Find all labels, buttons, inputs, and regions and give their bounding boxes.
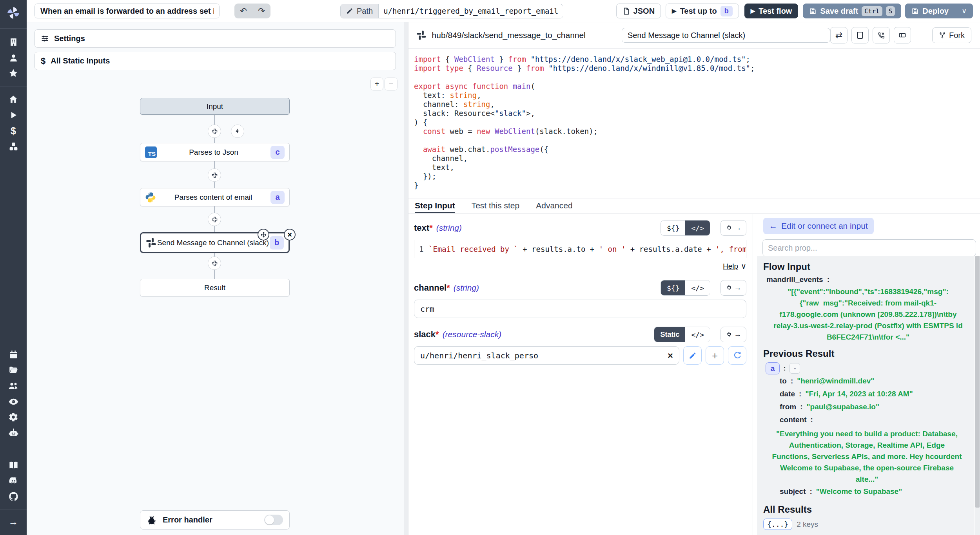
edit-or-connect-button[interactable]: ← Edit or connect an input [763, 218, 874, 234]
deploy-menu-button[interactable]: ∨ [955, 4, 973, 18]
scrollbar-thumb[interactable] [975, 256, 980, 508]
prop-search-input[interactable] [762, 239, 976, 257]
sidebar-item-home[interactable] [0, 92, 27, 107]
path-value[interactable]: u/henri/triggered_by_email_report_email [379, 4, 563, 18]
sidebar-item-workers[interactable] [0, 425, 27, 441]
step-id-badge: a [270, 191, 285, 204]
mode-static[interactable]: Static [654, 327, 685, 342]
result-row-to[interactable]: to:"henri@windmill.dev" [763, 374, 970, 387]
result-row-subject[interactable]: subject:"Welcome to Supabase" [763, 485, 970, 498]
test-up-to-button[interactable]: ▶ Test up to b [666, 4, 739, 18]
plug-icon [726, 224, 733, 231]
sidebar-item-variables[interactable]: $ [0, 123, 27, 139]
edit-resource-button[interactable] [683, 346, 702, 365]
json-button[interactable]: JSON [616, 4, 661, 18]
result-content-value[interactable]: "Everything you need to build a product:… [769, 428, 964, 485]
panel-layout-button[interactable] [894, 27, 911, 43]
sidebar-item-audit-logs[interactable] [0, 394, 27, 409]
undo-button[interactable]: ↶ [234, 4, 252, 18]
redo-button[interactable]: ↷ [252, 4, 270, 18]
sidebar-item-resources[interactable] [0, 139, 27, 154]
dollar-icon: $ [11, 126, 16, 136]
sidebar-item-github[interactable] [0, 488, 27, 504]
deploy-button[interactable]: Deploy [905, 4, 955, 18]
connect-input-button[interactable]: → [720, 280, 746, 296]
tab-step-input[interactable]: Step Input [415, 199, 455, 213]
code-editor[interactable]: import { WebClient } from "https://deno.… [408, 49, 980, 199]
insert-step-button[interactable] [208, 213, 221, 226]
collapse-button[interactable]: - [789, 363, 800, 374]
add-resource-button[interactable]: + [706, 346, 724, 365]
expand-object-button[interactable]: {...} [763, 519, 792, 530]
sidebar-item-favorites[interactable] [0, 65, 27, 81]
result-row-content-key[interactable]: content: [763, 413, 970, 426]
field-label: slack [414, 329, 436, 340]
tab-test-this-step[interactable]: Test this step [472, 199, 520, 213]
result-row-from[interactable]: from:"paul@supabase.io" [763, 400, 970, 413]
node-input[interactable]: Input [140, 98, 290, 115]
text-expression-editor[interactable]: 1 `Email received by ` + results.a.to + … [414, 240, 746, 258]
error-handler[interactable]: Error handler [140, 510, 290, 530]
fork-button[interactable]: Fork [932, 27, 971, 43]
mandrill-value[interactable]: "[{"event":"inbound","ts":1683819426,"ms… [772, 286, 964, 343]
save-draft-button[interactable]: Save draft Ctrl S [803, 4, 901, 18]
flow-settings-button[interactable]: Settings [34, 29, 396, 48]
trigger-button[interactable] [231, 125, 244, 138]
reload-script-button[interactable]: ⇄ [830, 27, 848, 43]
step-summary-input[interactable] [622, 28, 830, 43]
expand-editor-button[interactable] [851, 27, 869, 43]
channel-value-input[interactable] [414, 300, 746, 318]
node-parses-content-of-email[interactable]: Parses content of email a [140, 188, 290, 206]
node-parses-to-json[interactable]: TS Parses to Json c [140, 143, 290, 161]
mandrill-key-row[interactable]: mandrill_events: [763, 275, 970, 284]
step-tabs: Step Input Test this step Advanced [408, 199, 980, 213]
node-result[interactable]: Result [140, 279, 290, 296]
zoom-out-button[interactable]: − [385, 78, 397, 90]
connect-input-button[interactable]: → [720, 327, 746, 342]
sidebar-item-settings[interactable] [0, 409, 27, 425]
phone-incoming-icon [877, 31, 885, 39]
sidebar-item-groups[interactable] [0, 378, 27, 394]
sidebar-item-schedules[interactable] [0, 347, 27, 362]
context-panel: ← Edit or connect an input Flow Input ma… [753, 214, 980, 535]
insert-step-button[interactable] [208, 125, 221, 138]
sidebar-item-folders[interactable] [0, 362, 27, 378]
flow-title-input[interactable] [34, 4, 220, 18]
panel-resizer[interactable] [404, 22, 408, 535]
sidebar-item-docs[interactable] [0, 457, 27, 473]
help-link[interactable]: Help [723, 262, 738, 271]
swap-arrows-icon: ⇄ [835, 30, 842, 40]
result-row-date[interactable]: date:"Fri, Apr 14, 2023 at 10:28 AM" [763, 387, 970, 400]
sidebar-item-discord[interactable] [0, 473, 27, 488]
delete-step-button[interactable]: × [284, 229, 296, 240]
test-flow-button[interactable]: ▶ Test flow [744, 4, 799, 18]
mode-javascript[interactable]: </> [685, 327, 710, 342]
insert-step-button[interactable] [208, 257, 221, 270]
windmill-logo[interactable] [0, 4, 27, 22]
sidebar-item-user[interactable] [0, 50, 27, 65]
connect-input-button[interactable]: → [720, 220, 746, 236]
pencil-icon [346, 7, 353, 14]
slack-resource-picker[interactable]: u/henri/henri_slack_perso × [414, 346, 679, 365]
all-static-inputs-button[interactable]: $ All Static Inputs [34, 52, 396, 70]
sidebar-expand-button[interactable]: → [0, 514, 27, 530]
sidebar-item-runs[interactable] [0, 107, 27, 123]
square-icon [857, 31, 864, 39]
sidebar-item-workspace[interactable] [0, 34, 27, 50]
mode-javascript[interactable]: </> [685, 280, 710, 295]
error-handler-toggle[interactable] [264, 515, 283, 525]
insert-step-button[interactable] [208, 168, 221, 182]
refresh-resource-button[interactable] [728, 346, 746, 365]
zoom-in-button[interactable]: + [370, 78, 383, 90]
result-badge-row: a : - [763, 362, 970, 374]
mode-static[interactable]: ${} [661, 221, 686, 235]
mode-static[interactable]: ${} [661, 280, 686, 295]
path-edit-button[interactable]: Path [341, 4, 379, 18]
tab-advanced[interactable]: Advanced [536, 199, 572, 213]
clear-resource-button[interactable]: × [668, 351, 673, 360]
step-id-badge[interactable]: a [766, 362, 780, 374]
context-scrollbar[interactable] [975, 256, 980, 535]
mode-javascript[interactable]: </> [685, 221, 710, 235]
webhook-button[interactable] [873, 27, 890, 43]
move-step-button[interactable] [258, 229, 269, 240]
